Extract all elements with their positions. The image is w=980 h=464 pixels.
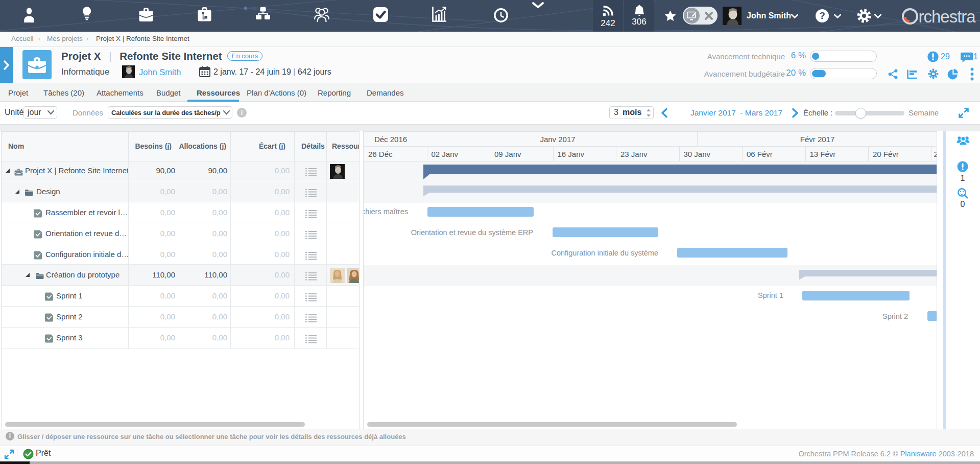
svg-text:rchestra: rchestra [919,7,976,26]
